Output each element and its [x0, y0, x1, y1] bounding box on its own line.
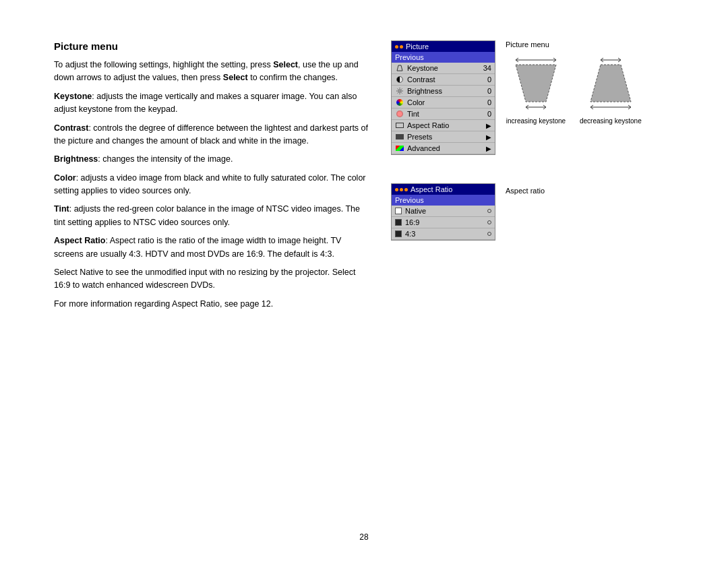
- content-area: Picture menu To adjust the following set…: [54, 40, 674, 316]
- osd-row-contrast[interactable]: Contrast 0: [392, 74, 495, 86]
- picture-menu-area: Picture Previous Keysto: [391, 40, 674, 158]
- more-info-paragraph: For more information regarding Aspect Ra…: [54, 298, 371, 311]
- aspect-ratio-osd-menu: Aspect Ratio Previous Native 16:9: [391, 183, 495, 241]
- native-checkbox[interactable]: [395, 208, 402, 214]
- brightness-value: 0: [487, 87, 491, 95]
- color-label: Color: [407, 98, 485, 106]
- osd-row-keystone[interactable]: Keystone 34: [392, 63, 495, 74]
- osd-native-row[interactable]: Native: [392, 206, 495, 217]
- svg-line-8: [402, 89, 402, 90]
- brightness-label: Brightness: [407, 87, 485, 95]
- svg-marker-31: [590, 65, 631, 102]
- osd-row-color[interactable]: Color 0: [392, 97, 495, 108]
- osd-picture-menu: Picture Previous Keysto: [391, 40, 495, 155]
- osd-row-tint[interactable]: Tint 0: [392, 108, 495, 120]
- increasing-keystone-diagram: increasing keystone: [506, 55, 566, 125]
- aspect-ratio-paragraph: Aspect Ratio: Aspect ratio is the ratio …: [54, 235, 371, 261]
- contrast-label: Contrast: [407, 75, 485, 84]
- svg-line-7: [402, 93, 402, 94]
- dot-orange: [395, 45, 398, 49]
- 43-checkbox[interactable]: [395, 230, 402, 237]
- dot-ar-orange3: [404, 188, 408, 191]
- dot-ar-orange2: [400, 188, 403, 191]
- page-number: 28: [359, 532, 368, 542]
- osd-aspect-previous[interactable]: Previous: [392, 195, 495, 206]
- advanced-label: Advanced: [407, 144, 486, 152]
- 43-label: 4:3: [405, 230, 487, 238]
- keystone-label: Keystone: [407, 64, 481, 72]
- osd-picture-header: Picture: [392, 41, 495, 52]
- aspect-ratio-arrow: ▶: [486, 122, 491, 129]
- color-value: 0: [487, 98, 491, 106]
- select-native-paragraph: Select Native to see the unmodified inpu…: [54, 266, 371, 292]
- osd-picture-title: Picture: [406, 42, 429, 51]
- keystone-icon: [395, 63, 404, 73]
- aspect-ratio-caption: Aspect ratio: [506, 187, 545, 195]
- keystone-value: 34: [483, 64, 491, 72]
- tint-value: 0: [487, 110, 491, 118]
- presets-icon: [395, 132, 404, 142]
- osd-aspect-title: Aspect Ratio: [411, 185, 452, 193]
- brightness-paragraph: Brightness: changes the intensity of the…: [54, 153, 371, 166]
- osd-aspect-header: Aspect Ratio: [392, 184, 495, 195]
- color-icon: [395, 98, 404, 107]
- tint-paragraph: Tint: adjusts the red-green color balanc…: [54, 203, 371, 229]
- advanced-arrow: ▶: [486, 145, 491, 152]
- 169-label: 16:9: [405, 218, 487, 226]
- osd-dots: [395, 45, 403, 49]
- page-container: Picture menu To adjust the following set…: [0, 0, 728, 562]
- osd-169-row[interactable]: 16:9: [392, 217, 495, 228]
- picture-osd-menu: Picture Previous Keysto: [391, 40, 495, 158]
- aspect-ratio-label: Aspect Ratio: [407, 121, 486, 129]
- advanced-icon: [395, 144, 404, 153]
- 43-radio[interactable]: [487, 232, 491, 236]
- contrast-paragraph: Contrast: controls the degree of differe…: [54, 122, 371, 148]
- presets-label: Presets: [407, 133, 486, 141]
- osd-row-brightness[interactable]: Brightness 0: [392, 86, 495, 97]
- page-title: Picture menu: [54, 40, 371, 52]
- increasing-keystone-label: increasing keystone: [506, 117, 566, 125]
- svg-marker-0: [397, 65, 402, 71]
- native-label: Native: [405, 207, 487, 215]
- keystone-paragraph: Keystone: adjusts the image vertically a…: [54, 90, 371, 117]
- contrast-icon: [395, 75, 404, 84]
- presets-arrow: ▶: [486, 133, 491, 141]
- right-column: Picture Previous Keysto: [391, 40, 674, 316]
- svg-marker-20: [516, 65, 556, 102]
- left-column: Picture menu To adjust the following set…: [54, 40, 391, 316]
- 169-radio[interactable]: [487, 220, 491, 224]
- osd-43-row[interactable]: 4:3: [392, 228, 495, 240]
- osd-row-presets[interactable]: Presets ▶: [392, 131, 495, 143]
- svg-line-6: [398, 89, 398, 90]
- osd-row-advanced[interactable]: Advanced ▶: [392, 143, 495, 154]
- keystone-diagrams: increasing keystone: [506, 55, 642, 125]
- keystone-diagrams-area: Picture menu: [506, 40, 642, 125]
- aspect-ratio-section: Aspect Ratio Previous Native 16:9: [391, 183, 674, 243]
- osd-picture-previous[interactable]: Previous: [392, 52, 495, 63]
- svg-line-9: [398, 93, 398, 94]
- contrast-value: 0: [487, 75, 491, 84]
- tint-icon: [395, 109, 404, 119]
- osd-aspect-dots: [395, 188, 408, 191]
- decreasing-keystone-label: decreasing keystone: [580, 117, 642, 125]
- picture-menu-caption: Picture menu: [506, 40, 549, 49]
- dot-ar-orange: [395, 188, 398, 191]
- dot-orange2: [400, 45, 403, 49]
- intro-paragraph: To adjust the following settings, highli…: [54, 59, 371, 85]
- decreasing-keystone-diagram: decreasing keystone: [580, 55, 642, 125]
- svg-point-1: [398, 90, 402, 93]
- native-radio[interactable]: [487, 209, 491, 213]
- tint-label: Tint: [407, 110, 485, 118]
- aspect-ratio-icon: [395, 121, 404, 130]
- color-paragraph: Color: adjusts a video image from black …: [54, 172, 371, 198]
- 169-checkbox[interactable]: [395, 219, 402, 226]
- osd-row-aspect-ratio[interactable]: Aspect Ratio ▶: [392, 120, 495, 131]
- brightness-icon: [395, 86, 404, 96]
